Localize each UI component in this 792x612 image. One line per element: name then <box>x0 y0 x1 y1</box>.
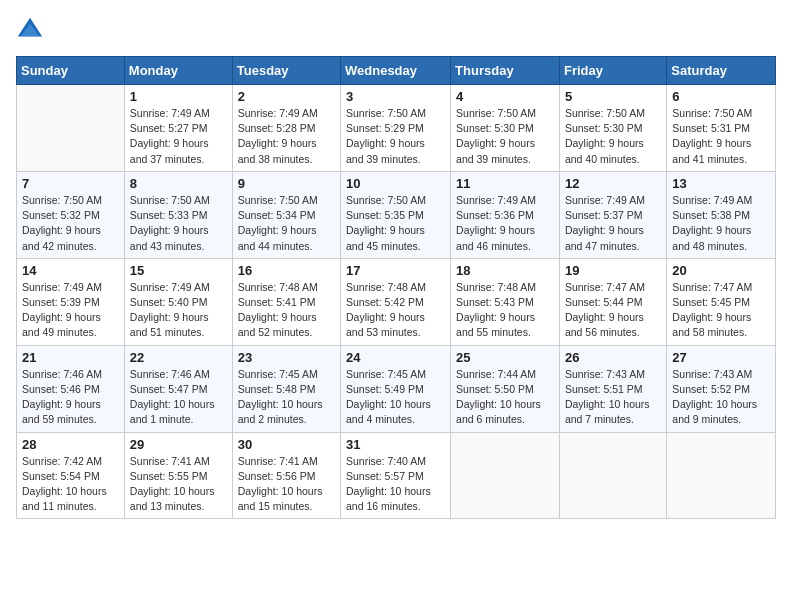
calendar-cell: 14Sunrise: 7:49 AMSunset: 5:39 PMDayligh… <box>17 258 125 345</box>
calendar-cell: 13Sunrise: 7:49 AMSunset: 5:38 PMDayligh… <box>667 171 776 258</box>
day-number: 15 <box>130 263 227 278</box>
day-info: Sunrise: 7:47 AMSunset: 5:45 PMDaylight:… <box>672 280 770 341</box>
calendar-cell: 19Sunrise: 7:47 AMSunset: 5:44 PMDayligh… <box>559 258 666 345</box>
calendar-table: SundayMondayTuesdayWednesdayThursdayFrid… <box>16 56 776 519</box>
weekday-header-tuesday: Tuesday <box>232 57 340 85</box>
calendar-cell: 3Sunrise: 7:50 AMSunset: 5:29 PMDaylight… <box>341 85 451 172</box>
calendar-cell: 8Sunrise: 7:50 AMSunset: 5:33 PMDaylight… <box>124 171 232 258</box>
calendar-cell: 9Sunrise: 7:50 AMSunset: 5:34 PMDaylight… <box>232 171 340 258</box>
day-info: Sunrise: 7:41 AMSunset: 5:56 PMDaylight:… <box>238 454 335 515</box>
calendar-week-row: 14Sunrise: 7:49 AMSunset: 5:39 PMDayligh… <box>17 258 776 345</box>
calendar-week-row: 7Sunrise: 7:50 AMSunset: 5:32 PMDaylight… <box>17 171 776 258</box>
day-info: Sunrise: 7:50 AMSunset: 5:33 PMDaylight:… <box>130 193 227 254</box>
day-number: 9 <box>238 176 335 191</box>
calendar-cell: 22Sunrise: 7:46 AMSunset: 5:47 PMDayligh… <box>124 345 232 432</box>
day-number: 19 <box>565 263 661 278</box>
day-number: 18 <box>456 263 554 278</box>
calendar-cell: 18Sunrise: 7:48 AMSunset: 5:43 PMDayligh… <box>451 258 560 345</box>
calendar-cell: 20Sunrise: 7:47 AMSunset: 5:45 PMDayligh… <box>667 258 776 345</box>
calendar-cell: 23Sunrise: 7:45 AMSunset: 5:48 PMDayligh… <box>232 345 340 432</box>
day-number: 30 <box>238 437 335 452</box>
day-info: Sunrise: 7:48 AMSunset: 5:41 PMDaylight:… <box>238 280 335 341</box>
day-number: 17 <box>346 263 445 278</box>
day-number: 20 <box>672 263 770 278</box>
day-number: 28 <box>22 437 119 452</box>
calendar-cell: 12Sunrise: 7:49 AMSunset: 5:37 PMDayligh… <box>559 171 666 258</box>
day-info: Sunrise: 7:45 AMSunset: 5:49 PMDaylight:… <box>346 367 445 428</box>
day-number: 29 <box>130 437 227 452</box>
day-info: Sunrise: 7:50 AMSunset: 5:31 PMDaylight:… <box>672 106 770 167</box>
day-info: Sunrise: 7:48 AMSunset: 5:43 PMDaylight:… <box>456 280 554 341</box>
page-header <box>16 16 776 44</box>
calendar-cell <box>451 432 560 519</box>
day-number: 26 <box>565 350 661 365</box>
day-info: Sunrise: 7:47 AMSunset: 5:44 PMDaylight:… <box>565 280 661 341</box>
calendar-cell: 16Sunrise: 7:48 AMSunset: 5:41 PMDayligh… <box>232 258 340 345</box>
day-number: 31 <box>346 437 445 452</box>
day-number: 23 <box>238 350 335 365</box>
day-number: 10 <box>346 176 445 191</box>
day-info: Sunrise: 7:50 AMSunset: 5:30 PMDaylight:… <box>456 106 554 167</box>
day-info: Sunrise: 7:50 AMSunset: 5:30 PMDaylight:… <box>565 106 661 167</box>
day-number: 25 <box>456 350 554 365</box>
day-number: 14 <box>22 263 119 278</box>
calendar-cell: 30Sunrise: 7:41 AMSunset: 5:56 PMDayligh… <box>232 432 340 519</box>
day-number: 11 <box>456 176 554 191</box>
day-info: Sunrise: 7:44 AMSunset: 5:50 PMDaylight:… <box>456 367 554 428</box>
day-number: 21 <box>22 350 119 365</box>
day-info: Sunrise: 7:49 AMSunset: 5:27 PMDaylight:… <box>130 106 227 167</box>
calendar-week-row: 1Sunrise: 7:49 AMSunset: 5:27 PMDaylight… <box>17 85 776 172</box>
calendar-cell: 5Sunrise: 7:50 AMSunset: 5:30 PMDaylight… <box>559 85 666 172</box>
calendar-cell <box>667 432 776 519</box>
day-info: Sunrise: 7:46 AMSunset: 5:46 PMDaylight:… <box>22 367 119 428</box>
calendar-cell: 25Sunrise: 7:44 AMSunset: 5:50 PMDayligh… <box>451 345 560 432</box>
day-number: 2 <box>238 89 335 104</box>
calendar-cell: 24Sunrise: 7:45 AMSunset: 5:49 PMDayligh… <box>341 345 451 432</box>
day-info: Sunrise: 7:49 AMSunset: 5:37 PMDaylight:… <box>565 193 661 254</box>
day-info: Sunrise: 7:50 AMSunset: 5:35 PMDaylight:… <box>346 193 445 254</box>
day-info: Sunrise: 7:40 AMSunset: 5:57 PMDaylight:… <box>346 454 445 515</box>
calendar-cell: 15Sunrise: 7:49 AMSunset: 5:40 PMDayligh… <box>124 258 232 345</box>
day-number: 16 <box>238 263 335 278</box>
day-info: Sunrise: 7:48 AMSunset: 5:42 PMDaylight:… <box>346 280 445 341</box>
weekday-header-monday: Monday <box>124 57 232 85</box>
day-number: 13 <box>672 176 770 191</box>
calendar-cell: 1Sunrise: 7:49 AMSunset: 5:27 PMDaylight… <box>124 85 232 172</box>
calendar-cell: 17Sunrise: 7:48 AMSunset: 5:42 PMDayligh… <box>341 258 451 345</box>
day-number: 6 <box>672 89 770 104</box>
day-info: Sunrise: 7:42 AMSunset: 5:54 PMDaylight:… <box>22 454 119 515</box>
day-number: 22 <box>130 350 227 365</box>
calendar-week-row: 28Sunrise: 7:42 AMSunset: 5:54 PMDayligh… <box>17 432 776 519</box>
day-info: Sunrise: 7:49 AMSunset: 5:28 PMDaylight:… <box>238 106 335 167</box>
calendar-cell: 27Sunrise: 7:43 AMSunset: 5:52 PMDayligh… <box>667 345 776 432</box>
weekday-header-row: SundayMondayTuesdayWednesdayThursdayFrid… <box>17 57 776 85</box>
weekday-header-friday: Friday <box>559 57 666 85</box>
day-info: Sunrise: 7:45 AMSunset: 5:48 PMDaylight:… <box>238 367 335 428</box>
day-info: Sunrise: 7:49 AMSunset: 5:38 PMDaylight:… <box>672 193 770 254</box>
weekday-header-thursday: Thursday <box>451 57 560 85</box>
calendar-cell: 11Sunrise: 7:49 AMSunset: 5:36 PMDayligh… <box>451 171 560 258</box>
weekday-header-saturday: Saturday <box>667 57 776 85</box>
weekday-header-wednesday: Wednesday <box>341 57 451 85</box>
day-number: 3 <box>346 89 445 104</box>
calendar-cell: 4Sunrise: 7:50 AMSunset: 5:30 PMDaylight… <box>451 85 560 172</box>
day-info: Sunrise: 7:49 AMSunset: 5:36 PMDaylight:… <box>456 193 554 254</box>
day-number: 8 <box>130 176 227 191</box>
calendar-cell <box>17 85 125 172</box>
calendar-cell: 6Sunrise: 7:50 AMSunset: 5:31 PMDaylight… <box>667 85 776 172</box>
day-info: Sunrise: 7:46 AMSunset: 5:47 PMDaylight:… <box>130 367 227 428</box>
calendar-week-row: 21Sunrise: 7:46 AMSunset: 5:46 PMDayligh… <box>17 345 776 432</box>
day-info: Sunrise: 7:49 AMSunset: 5:40 PMDaylight:… <box>130 280 227 341</box>
calendar-cell: 7Sunrise: 7:50 AMSunset: 5:32 PMDaylight… <box>17 171 125 258</box>
day-number: 24 <box>346 350 445 365</box>
logo <box>16 16 46 44</box>
calendar-cell: 2Sunrise: 7:49 AMSunset: 5:28 PMDaylight… <box>232 85 340 172</box>
calendar-cell: 21Sunrise: 7:46 AMSunset: 5:46 PMDayligh… <box>17 345 125 432</box>
day-number: 12 <box>565 176 661 191</box>
day-info: Sunrise: 7:49 AMSunset: 5:39 PMDaylight:… <box>22 280 119 341</box>
calendar-cell: 10Sunrise: 7:50 AMSunset: 5:35 PMDayligh… <box>341 171 451 258</box>
day-info: Sunrise: 7:50 AMSunset: 5:29 PMDaylight:… <box>346 106 445 167</box>
logo-icon <box>16 16 44 44</box>
day-number: 7 <box>22 176 119 191</box>
day-info: Sunrise: 7:50 AMSunset: 5:32 PMDaylight:… <box>22 193 119 254</box>
